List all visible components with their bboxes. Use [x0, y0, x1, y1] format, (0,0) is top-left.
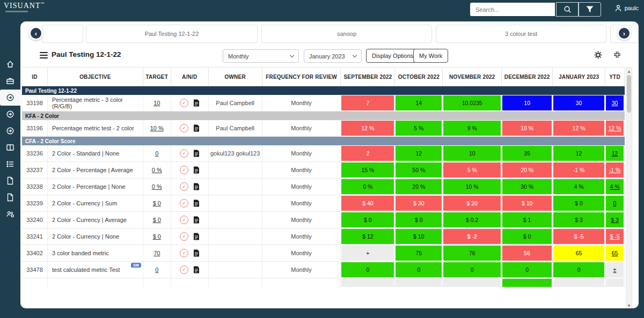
metric-cell[interactable]: 2: [341, 145, 395, 161]
tab-partial-left[interactable]: [42, 25, 83, 43]
tab-sanoop[interactable]: sanoop: [261, 25, 432, 43]
metric-cell[interactable]: 14: [395, 95, 443, 111]
metric-cell[interactable]: [605, 278, 625, 287]
annotation-check-icon[interactable]: ✓: [180, 232, 188, 241]
my-work-button[interactable]: My Work: [413, 49, 448, 63]
note-document-icon[interactable]: [193, 216, 200, 224]
collapse-view-icon[interactable]: [613, 50, 621, 59]
metric-cell[interactable]: 4 %: [553, 179, 605, 195]
metric-cell[interactable]: 10: [502, 95, 553, 111]
metric-cell[interactable]: 12: [553, 145, 605, 161]
target-link[interactable]: 10 %: [150, 125, 164, 131]
note-document-icon[interactable]: [193, 166, 200, 174]
metric-cell[interactable]: 30: [553, 95, 605, 111]
sidebar-item-actions[interactable]: [0, 123, 20, 139]
note-document-icon[interactable]: [193, 150, 200, 157]
metric-cell[interactable]: 56: [502, 245, 553, 261]
target-link[interactable]: 10: [153, 100, 160, 106]
metric-cell[interactable]: [502, 278, 553, 287]
note-document-icon[interactable]: [193, 199, 200, 207]
tabs-scroll-left-button[interactable]: ‹: [29, 26, 43, 40]
column-header[interactable]: JANUARY 2023: [553, 68, 605, 86]
metric-cell[interactable]: 10 %: [502, 120, 553, 136]
sidebar-item-home[interactable]: [0, 56, 20, 72]
column-header[interactable]: OWNER: [209, 68, 262, 86]
column-header[interactable]: NOVEMBER 2022: [443, 68, 502, 86]
annotation-check-icon[interactable]: ✓: [180, 149, 188, 158]
search-input[interactable]: [470, 3, 555, 16]
target-link[interactable]: $ 0: [153, 233, 161, 240]
metric-cell[interactable]: $ -2: [443, 228, 502, 245]
metric-cell[interactable]: $ -5: [553, 228, 605, 245]
metric-cell[interactable]: [395, 278, 443, 287]
metric-cell[interactable]: 65: [553, 245, 605, 261]
metric-cell[interactable]: 5 %: [395, 120, 443, 136]
note-document-icon[interactable]: [193, 124, 200, 132]
metric-cell[interactable]: $ 1: [502, 212, 553, 228]
metric-cell[interactable]: 30 %: [502, 179, 553, 195]
user-menu[interactable]: paulc: [614, 4, 639, 12]
metric-cell[interactable]: 20 %: [395, 179, 443, 195]
metric-cell[interactable]: +: [341, 245, 395, 261]
target-link[interactable]: 70: [153, 250, 160, 256]
metric-cell[interactable]: $ 0: [341, 212, 395, 228]
filter-button[interactable]: [579, 2, 601, 17]
target-link[interactable]: 0: [155, 150, 158, 157]
scroll-down-arrow[interactable]: ▼: [626, 302, 632, 308]
column-header[interactable]: A/N/D: [171, 68, 209, 86]
target-link[interactable]: $ 0: [153, 200, 161, 206]
ytd-cell[interactable]: -1 %: [605, 162, 625, 178]
annotation-check-icon[interactable]: ✓: [180, 182, 188, 191]
annotation-check-icon[interactable]: ✓: [180, 216, 188, 224]
sidebar-item-workspace[interactable]: [0, 73, 20, 89]
metric-cell[interactable]: 0: [502, 262, 553, 278]
metric-cell[interactable]: $ 0.2: [443, 212, 502, 228]
metric-cell[interactable]: 0: [341, 262, 395, 278]
target-link[interactable]: $ 0: [153, 217, 161, 223]
note-document-icon[interactable]: [193, 233, 200, 240]
sidebar-item-dashboard[interactable]: [0, 139, 20, 156]
scrollbar-thumb[interactable]: [627, 75, 631, 113]
frequency-select[interactable]: Monthly: [223, 49, 299, 63]
metric-cell[interactable]: 15 %: [341, 162, 395, 178]
table-scrollbar[interactable]: ▲ ▼: [626, 67, 632, 308]
sidebar-item-admin[interactable]: [0, 206, 20, 222]
metric-cell[interactable]: 20 %: [502, 162, 553, 178]
menu-icon[interactable]: [40, 52, 48, 58]
metric-cell[interactable]: 12 %: [553, 120, 605, 136]
metric-cell[interactable]: 35: [502, 145, 553, 161]
column-header[interactable]: SEPTEMBER 2022: [341, 68, 395, 86]
metric-cell[interactable]: $ 20: [443, 195, 502, 211]
metric-cell[interactable]: $ 0: [553, 195, 605, 211]
metric-cell[interactable]: 0: [443, 262, 502, 278]
metric-cell[interactable]: [341, 278, 395, 287]
column-header[interactable]: OBJECTIVE: [48, 68, 143, 86]
sidebar-item-tasks[interactable]: [0, 156, 20, 172]
metric-cell[interactable]: 10.0235: [443, 95, 502, 111]
metric-cell[interactable]: $ 40: [341, 195, 395, 211]
annotation-check-icon[interactable]: ✓: [180, 249, 188, 257]
period-select[interactable]: January 2023: [304, 49, 362, 63]
target-link[interactable]: 0: [155, 267, 158, 273]
metric-cell[interactable]: 5 %: [443, 162, 502, 178]
annotation-check-icon[interactable]: ✓: [180, 99, 188, 107]
metric-cell[interactable]: 12 %: [341, 120, 395, 136]
tabs-scroll-right-button[interactable]: ›: [617, 26, 631, 40]
note-document-icon[interactable]: [193, 99, 200, 107]
metric-cell[interactable]: $ 3: [553, 212, 605, 228]
sidebar-item-scoreboard-active[interactable]: [0, 90, 20, 106]
target-link[interactable]: 0 %: [152, 167, 162, 173]
metric-cell[interactable]: 76: [443, 245, 502, 261]
metric-cell[interactable]: [553, 278, 605, 287]
ytd-cell[interactable]: $ 3: [605, 212, 625, 228]
scroll-up-arrow[interactable]: ▲: [626, 68, 632, 74]
metric-cell[interactable]: 0: [395, 262, 443, 278]
ytd-cell[interactable]: 0: [605, 195, 625, 211]
annotation-check-icon[interactable]: ✓: [180, 124, 188, 132]
ytd-cell[interactable]: 30: [605, 95, 625, 111]
metric-cell[interactable]: 9 %: [443, 120, 502, 136]
tab-3-colour-test[interactable]: 3 colour test: [436, 25, 606, 43]
note-document-icon[interactable]: [193, 266, 200, 273]
ytd-cell[interactable]: 12 %: [605, 120, 625, 136]
search-button[interactable]: [556, 2, 579, 17]
